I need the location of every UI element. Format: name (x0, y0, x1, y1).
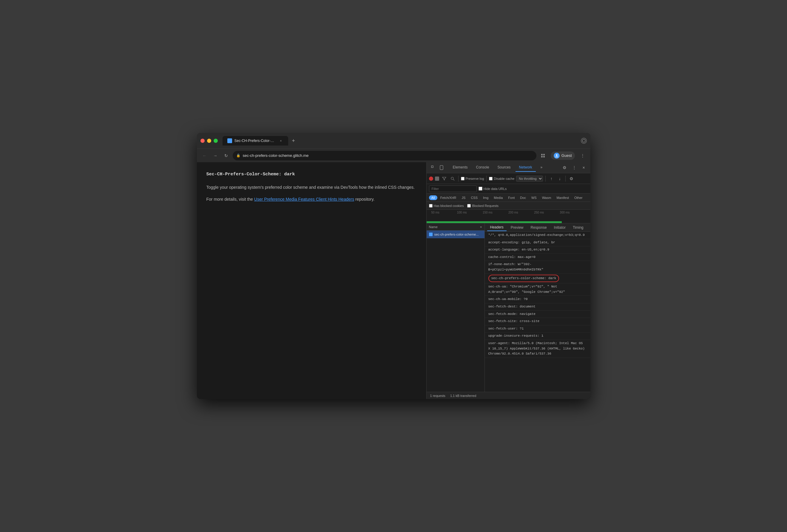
tab-elements[interactable]: Elements (449, 163, 471, 172)
content-area: Sec-CH-Prefers-Color-Scheme: dark Toggle… (197, 162, 590, 399)
refresh-button[interactable]: ↻ (222, 152, 230, 160)
stop-button[interactable] (435, 177, 439, 181)
filter-css[interactable]: CSS (468, 195, 480, 200)
address-right: Guest ⋮ (539, 152, 587, 160)
url-bar[interactable]: 🔒 sec-ch-prefers-color-scheme.glitch.me (233, 151, 536, 160)
separator3 (545, 176, 546, 182)
filter-font[interactable]: Font (506, 195, 517, 200)
page-para2: For more details, visit the User Prefere… (207, 196, 417, 203)
filter-manifest[interactable]: Manifest (554, 195, 571, 200)
header-row-9: sec-fetch-mode: navigate (485, 311, 590, 318)
extensions-icon[interactable] (539, 152, 547, 160)
maximize-button[interactable] (214, 139, 218, 143)
page-body: Toggle your operating system's preferred… (207, 184, 417, 203)
header-row-0: */*, q=0.8,application/signed-exchange;v… (485, 232, 590, 239)
tab-network[interactable]: Network (515, 163, 536, 172)
headers-tab-headers[interactable]: Headers (487, 224, 507, 231)
download-icon[interactable]: ↓ (556, 175, 563, 182)
timeline-indicator (427, 221, 586, 223)
tab-close-button[interactable]: × (279, 138, 283, 143)
filter-img[interactable]: Img (481, 195, 491, 200)
profile-label: Guest (561, 153, 572, 158)
separator (458, 176, 459, 182)
tab-title: Sec-CH-Prefers-Color-Schem... (234, 139, 276, 143)
svg-point-0 (582, 139, 585, 142)
filter-doc[interactable]: Doc (517, 195, 528, 200)
devtools-menu-icon[interactable]: ⋮ (570, 163, 578, 172)
filter-input[interactable] (429, 185, 477, 192)
disable-cache-checkbox[interactable]: Disable cache (489, 177, 514, 180)
timeline-label-300: 300 ms (560, 211, 585, 214)
headers-tab-timing[interactable]: Timing (570, 224, 587, 231)
tab-bar: Sec-CH-Prefers-Color-Schem... × + (222, 136, 578, 146)
lock-icon: 🔒 (236, 154, 240, 157)
header-row-3: cache-control: max-age=0 (485, 254, 590, 261)
profile-button[interactable]: Guest (551, 152, 575, 160)
has-blocked-cookies[interactable]: Has blocked cookies (429, 204, 464, 207)
header-row-13: user-agent: Mozilla/5.0 (Macintosh; Inte… (485, 340, 590, 358)
timeline-label-150: 150 ms (483, 211, 508, 214)
browser-tab[interactable]: Sec-CH-Prefers-Color-Schem... × (222, 136, 288, 146)
device-toolbar-icon[interactable] (438, 163, 446, 172)
chrome-menu-button[interactable]: ⋮ (578, 152, 587, 160)
hide-data-urls-checkbox[interactable]: Hide data URLs (478, 187, 507, 191)
header-row-7: sec-ch-ua-mobile: ?0 (485, 296, 590, 303)
tab-console[interactable]: Console (472, 163, 493, 172)
header-row-10: sec-fetch-site: cross-site (485, 318, 590, 325)
filter-ws[interactable]: WS (529, 195, 539, 200)
tab-sources[interactable]: Sources (494, 163, 514, 172)
header-row-1: accept-encoding: gzip, deflate, br (485, 239, 590, 247)
filter-other[interactable]: Other (572, 195, 585, 200)
highlighted-header-text: sec-ch-prefers-color-scheme: dark (488, 275, 559, 282)
filter-js[interactable]: JS (460, 195, 468, 200)
blocked-requests[interactable]: Blocked Requests (467, 204, 498, 207)
tab-favicon (227, 138, 232, 143)
webpage: Sec-CH-Prefers-Color-Scheme: dark Toggle… (197, 162, 426, 399)
devtools-close-icon[interactable]: × (580, 163, 588, 172)
header-row-4: if-none-match: W/"392-B+pCtpzl+pyWUSHMRn… (485, 261, 590, 273)
header-row-8: sec-fetch-dest: document (485, 303, 590, 311)
avatar (554, 153, 560, 159)
minimize-button[interactable] (207, 139, 211, 143)
close-button[interactable] (200, 139, 205, 143)
filter-icon[interactable] (441, 175, 447, 182)
search-icon[interactable] (449, 175, 456, 182)
tab-more[interactable]: » (537, 163, 546, 172)
network-settings-icon[interactable]: ⚙ (568, 175, 575, 182)
timeline-label-200: 200 ms (508, 211, 534, 214)
filter-media[interactable]: Media (491, 195, 505, 200)
filter-all[interactable]: All (429, 195, 438, 200)
devtools-settings-icon[interactable]: ⚙ (560, 163, 569, 172)
network-row[interactable]: sec-ch-prefers-color-scheme... (427, 230, 485, 238)
has-blocked-row: Has blocked cookies Blocked Requests (427, 202, 590, 209)
url-text: sec-ch-prefers-color-scheme.glitch.me (243, 153, 533, 158)
devtools-status-bar: 1 requests 1.1 kB transferred (427, 392, 590, 399)
back-button[interactable]: ← (200, 152, 209, 160)
inspect-element-icon[interactable] (429, 163, 438, 172)
upload-icon[interactable]: ↑ (548, 175, 555, 182)
new-tab-button[interactable]: + (290, 137, 298, 145)
header-row-11: sec-fetch-user: ?1 (485, 325, 590, 333)
network-filter-tabs: All Fetch/XHR JS CSS Img Media F (427, 194, 590, 202)
timeline-green-bar (427, 221, 562, 223)
chrome-profile-icon (581, 138, 587, 144)
forward-button[interactable]: → (211, 152, 219, 160)
filter-fetch-xhr[interactable]: Fetch/XHR (438, 195, 459, 200)
filter-wasm[interactable]: Wasm (540, 195, 554, 200)
page-link[interactable]: User Preference Media Features Client Hi… (254, 197, 354, 202)
record-button[interactable] (429, 177, 433, 181)
headers-tab-preview[interactable]: Preview (508, 224, 527, 231)
close-col-icon[interactable]: × (480, 225, 482, 229)
tab-right-icons (581, 138, 587, 144)
requests-count: 1 requests (430, 394, 445, 398)
svg-line-9 (453, 179, 454, 180)
svg-rect-2 (543, 154, 545, 155)
svg-rect-4 (543, 156, 545, 157)
separator4 (565, 176, 566, 182)
throttle-select[interactable]: No throttling (516, 176, 543, 182)
headers-tab-response[interactable]: Response (528, 224, 550, 231)
svg-rect-7 (440, 165, 443, 170)
preserve-log-checkbox[interactable]: Preserve log (461, 177, 484, 180)
headers-tab-initiator[interactable]: Initiator (551, 224, 569, 231)
timeline-label-100: 100 ms (457, 211, 483, 214)
